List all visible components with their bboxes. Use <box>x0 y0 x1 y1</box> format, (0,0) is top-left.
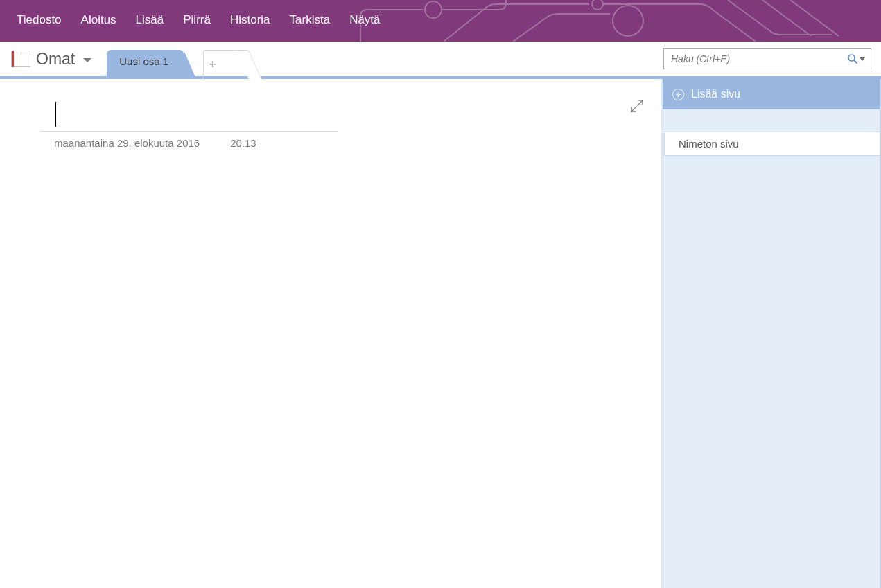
ribbon-tab-view[interactable]: Näytä <box>340 6 390 35</box>
section-bar: Omat Uusi osa 1 + <box>0 42 881 79</box>
chevron-down-icon[interactable] <box>860 57 865 61</box>
note-date: maanantaina 29. elokuuta 2016 <box>54 137 200 149</box>
ribbon-tab-home[interactable]: Aloitus <box>71 6 126 35</box>
search-icon <box>847 53 858 64</box>
plus-circle-icon: + <box>672 89 684 100</box>
add-page-label: Lisää sivu <box>691 88 740 100</box>
ribbon-tab-draw[interactable]: Piirrä <box>173 6 220 35</box>
text-cursor <box>55 102 56 127</box>
page-list-pane: + Lisää sivu Nimetön sivu <box>663 79 881 588</box>
search-input[interactable] <box>664 53 847 64</box>
search-box[interactable] <box>663 48 871 69</box>
plus-icon: + <box>209 57 217 72</box>
page-list-spacer <box>663 109 880 132</box>
add-page-button[interactable]: + Lisää sivu <box>663 79 880 109</box>
svg-point-0 <box>425 1 442 18</box>
notebook-picker[interactable]: Omat <box>0 42 98 76</box>
content-area: maanantaina 29. elokuuta 2016 20.13 + Li… <box>0 79 881 588</box>
ribbon: Tiedosto Aloitus Lisää Piirrä Historia T… <box>0 0 881 42</box>
add-section-button[interactable]: + <box>203 50 236 79</box>
note-time: 20.13 <box>230 137 256 149</box>
notebook-icon <box>11 51 30 67</box>
svg-line-6 <box>631 107 636 112</box>
svg-line-5 <box>638 100 643 105</box>
title-divider <box>40 131 338 132</box>
svg-point-2 <box>613 6 643 36</box>
note-canvas[interactable]: maanantaina 29. elokuuta 2016 20.13 <box>0 79 663 588</box>
notebook-label: Omat <box>36 50 75 69</box>
ribbon-tab-review[interactable]: Tarkista <box>280 6 340 35</box>
svg-point-1 <box>592 0 603 10</box>
ribbon-tab-history[interactable]: Historia <box>220 6 280 35</box>
page-list-item[interactable]: Nimetön sivu <box>664 132 880 156</box>
expand-icon[interactable] <box>631 100 643 112</box>
svg-line-4 <box>854 60 857 63</box>
page-item-label: Nimetön sivu <box>679 138 739 150</box>
section-tab-active[interactable]: Uusi osa 1 <box>107 50 184 79</box>
chevron-down-icon <box>83 58 91 62</box>
ribbon-tab-insert[interactable]: Lisää <box>126 6 174 35</box>
ribbon-tab-file[interactable]: Tiedosto <box>7 6 71 35</box>
section-tab-label: Uusi osa 1 <box>119 55 168 67</box>
page-title-area[interactable]: maanantaina 29. elokuuta 2016 20.13 <box>40 102 338 149</box>
